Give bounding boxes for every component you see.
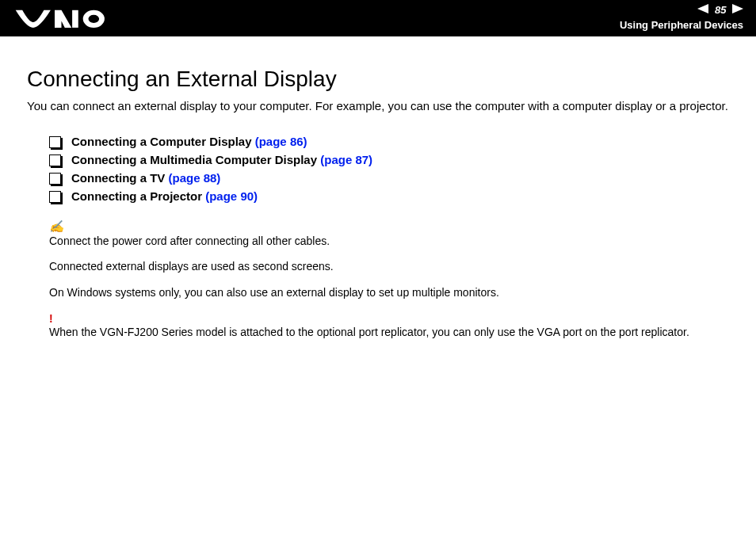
page-navigation: 85 <box>697 3 743 16</box>
toc-label: Connecting a Multimedia Computer Display <box>71 153 317 166</box>
page-title: Connecting an External Display <box>27 67 729 92</box>
toc-item[interactable]: Connecting a Computer Display (page 86) <box>49 135 729 148</box>
toc-page-ref[interactable]: (page 86) <box>255 135 307 148</box>
note-text: Connected external displays are used as … <box>49 259 729 274</box>
bullet-box-icon <box>49 136 61 148</box>
warning-text: When the VGN-FJ200 Series model is attac… <box>49 325 729 340</box>
toc-label: Connecting a TV <box>71 171 165 185</box>
bullet-box-icon <box>49 173 61 185</box>
toc-label: Connecting a Projector <box>71 189 202 203</box>
toc-item[interactable]: Connecting a TV (page 88) <box>49 171 729 185</box>
note-text: On Windows systems only, you can also us… <box>49 285 729 300</box>
toc-list: Connecting a Computer Display (page 86) … <box>49 135 729 203</box>
section-title: Using Peripheral Devices <box>620 19 743 31</box>
toc-page-ref[interactable]: (page 87) <box>320 153 372 166</box>
toc-item[interactable]: Connecting a Multimedia Computer Display… <box>49 153 729 166</box>
notes-block: ✍ Connect the power cord after connectin… <box>49 219 729 340</box>
svg-marker-1 <box>697 4 708 13</box>
bullet-box-icon <box>49 191 61 203</box>
vaio-logo <box>14 5 122 32</box>
note-text: Connect the power cord after connecting … <box>49 234 729 249</box>
toc-item[interactable]: Connecting a Projector (page 90) <box>49 189 729 203</box>
header-bar: 85 Using Peripheral Devices <box>0 0 756 36</box>
intro-text: You can connect an external display to y… <box>27 98 729 114</box>
toc-page-ref[interactable]: (page 88) <box>169 171 221 185</box>
page-content: Connecting an External Display You can c… <box>0 36 756 340</box>
bullet-box-icon <box>49 154 61 166</box>
prev-page-arrow-icon[interactable] <box>697 4 708 16</box>
next-page-arrow-icon[interactable] <box>732 4 743 16</box>
page-number: 85 <box>715 4 726 16</box>
note-icon: ✍ <box>49 219 729 235</box>
svg-rect-0 <box>72 10 78 28</box>
toc-page-ref[interactable]: (page 90) <box>205 189 258 203</box>
toc-label: Connecting a Computer Display <box>71 135 252 148</box>
svg-marker-2 <box>732 4 743 13</box>
